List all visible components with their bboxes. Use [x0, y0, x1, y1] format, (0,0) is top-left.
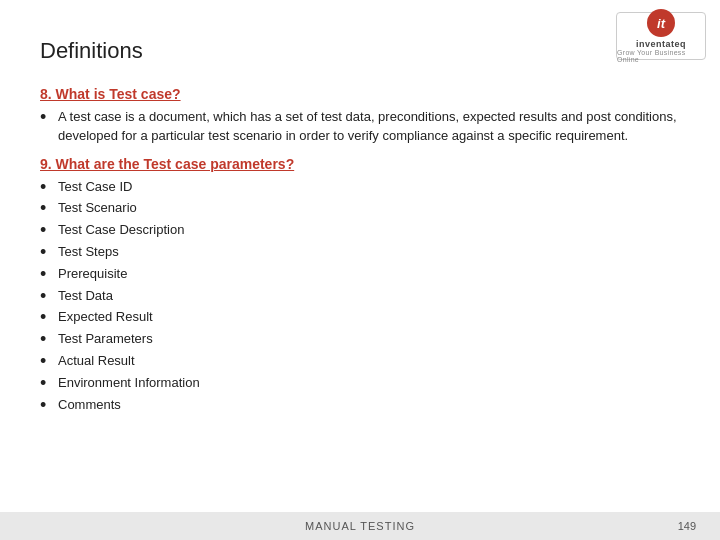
bullet-dot: •: [40, 330, 58, 350]
logo-icon: it: [647, 9, 675, 37]
list-item: • Test Scenario: [40, 199, 680, 219]
list-item: • Comments: [40, 396, 680, 416]
list-item: • Test Data: [40, 287, 680, 307]
page-title: Definitions: [40, 38, 680, 64]
bullet-dot: •: [40, 178, 58, 198]
param-test-scenario: Test Scenario: [58, 199, 137, 218]
list-item: • Test Case Description: [40, 221, 680, 241]
list-item: • Test Case ID: [40, 178, 680, 198]
footer-page-number: 149: [678, 520, 696, 532]
param-prerequisite: Prerequisite: [58, 265, 127, 284]
param-comments: Comments: [58, 396, 121, 415]
logo-name: inventateq: [636, 39, 686, 49]
param-test-steps: Test Steps: [58, 243, 119, 262]
bullet-dot: •: [40, 243, 58, 263]
list-item: • Environment Information: [40, 374, 680, 394]
bullet-dot: •: [40, 221, 58, 241]
param-environment-information: Environment Information: [58, 374, 200, 393]
bullet-item-definition: • A test case is a document, which has a…: [40, 108, 680, 146]
bullet-dot: •: [40, 108, 58, 128]
slide-container: it inventateq Grow Your Business Online …: [0, 0, 720, 540]
section-heading-test-case: 8. What is Test case?: [40, 86, 680, 102]
section-parameters: 9. What are the Test case parameters? • …: [40, 156, 680, 416]
bullet-dot: •: [40, 396, 58, 416]
footer-center-text: MANUAL TESTING: [0, 520, 720, 532]
list-item: • Test Steps: [40, 243, 680, 263]
footer-bar: MANUAL TESTING 149: [0, 512, 720, 540]
param-actual-result: Actual Result: [58, 352, 135, 371]
bullet-content-definition: A test case is a document, which has a s…: [58, 108, 680, 146]
param-expected-result: Expected Result: [58, 308, 153, 327]
param-test-parameters: Test Parameters: [58, 330, 153, 349]
list-item: • Prerequisite: [40, 265, 680, 285]
param-test-data: Test Data: [58, 287, 113, 306]
bullet-dot: •: [40, 374, 58, 394]
logo-area: it inventateq Grow Your Business Online: [616, 12, 706, 60]
section-test-case: 8. What is Test case? • A test case is a…: [40, 86, 680, 146]
list-item: • Actual Result: [40, 352, 680, 372]
list-item: • Test Parameters: [40, 330, 680, 350]
bullet-dot: •: [40, 265, 58, 285]
bullet-dot: •: [40, 308, 58, 328]
list-item: • Expected Result: [40, 308, 680, 328]
logo-tagline: Grow Your Business Online: [617, 49, 705, 63]
param-test-case-id: Test Case ID: [58, 178, 132, 197]
param-test-case-description: Test Case Description: [58, 221, 184, 240]
section-heading-parameters: 9. What are the Test case parameters?: [40, 156, 680, 172]
bullet-dot: •: [40, 287, 58, 307]
bullet-dot: •: [40, 352, 58, 372]
bullet-dot: •: [40, 199, 58, 219]
logo-inner: it inventateq Grow Your Business Online: [617, 9, 705, 63]
